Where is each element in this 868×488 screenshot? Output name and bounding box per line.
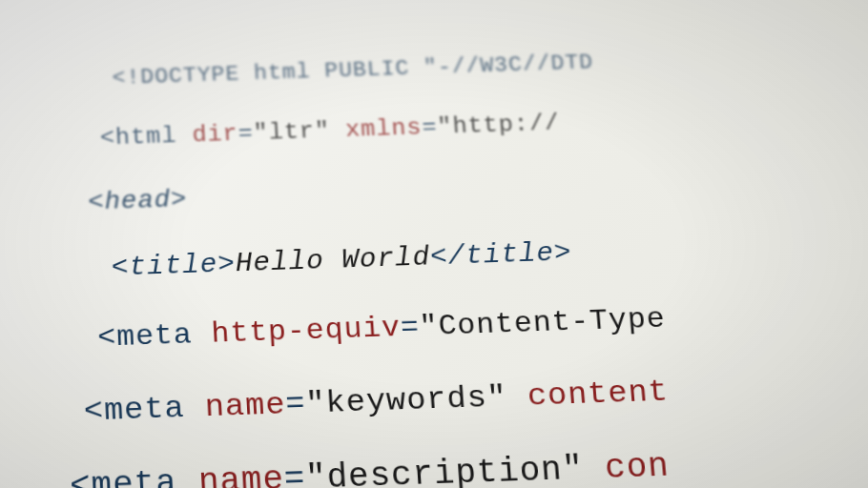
- code-line-meta-keywords: <meta name="keywords" content: [83, 365, 854, 432]
- code-line-html-tag: <html dir="ltr" xmlns="http://: [99, 100, 826, 154]
- code-line-doctype: <!DOCTYPE html PUBLIC "-//W3C//DTD: [112, 41, 820, 92]
- code-line-meta-description: <meta name="description" con: [69, 439, 861, 488]
- code-line-title: <title>Hello World</title>: [111, 227, 839, 287]
- code-line-head-open: <head>: [88, 162, 834, 219]
- code-line-meta-http-equiv: <meta http-equiv="Content-Type: [97, 295, 847, 357]
- code-photograph: <!DOCTYPE html PUBLIC "-//W3C//DTD <html…: [0, 0, 868, 488]
